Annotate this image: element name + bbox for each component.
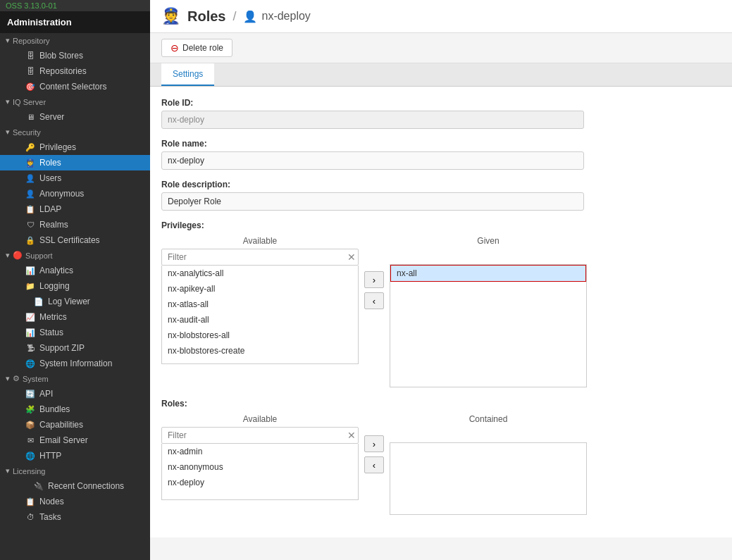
support-zip-icon: 🗜 [25, 343, 35, 353]
users-icon: 👤 [25, 173, 35, 183]
roles-contained-wrap: Contained [390, 414, 587, 515]
form-area: Role ID: Role name: Role description: Pr… [150, 87, 732, 537]
sidebar-item-metrics[interactable]: 📈 Metrics [0, 309, 150, 325]
sidebar-item-log-viewer[interactable]: 📄 Log Viewer [0, 294, 150, 309]
roles-icon: 👮 [25, 158, 35, 168]
sidebar-section-repository: ▾ Repository [0, 33, 150, 48]
breadcrumb-separator: / [232, 9, 236, 24]
sidebar-section-system: ▾ ⚙ System [0, 371, 150, 386]
list-item[interactable]: nx-atlas-all [162, 297, 358, 312]
version-text: OSS 3.13.0-01 [6, 1, 57, 10]
repositories-icon: 🗄 [25, 66, 35, 76]
privileges-transfer-buttons: › ‹ [359, 271, 390, 309]
sidebar-section-licensing: ▾ Licensing [0, 463, 150, 478]
list-item[interactable]: nx-deploy [162, 475, 358, 490]
roles-remove-button[interactable]: ‹ [364, 456, 384, 473]
privileges-filter-clear-icon[interactable]: ✕ [347, 251, 356, 263]
roles-area: Roles: Available ✕ nx-admin nx-anonymous… [161, 399, 721, 515]
roles-columns: Available ✕ nx-admin nx-anonymous nx-dep… [161, 414, 721, 515]
sidebar-item-logging[interactable]: 📁 Logging [0, 278, 150, 294]
privileges-given-wrap: Given nx-all [390, 236, 587, 387]
chevron-down-icon: ▾ [6, 36, 10, 45]
content-selectors-icon: 🎯 [25, 82, 35, 92]
sidebar-item-realms[interactable]: 🛡 Realms [0, 217, 150, 232]
sidebar-item-support-zip[interactable]: 🗜 Support ZIP [0, 340, 150, 356]
metrics-icon: 📈 [25, 312, 35, 322]
sidebar-item-recent-connections[interactable]: 🔌 Recent Connections [0, 478, 150, 494]
sidebar-item-status[interactable]: 📊 Status [0, 325, 150, 340]
sidebar-item-server[interactable]: 🖥 Server [0, 109, 150, 125]
delete-icon: ⊖ [170, 42, 179, 54]
privileges-available-label: Available [161, 236, 359, 246]
sidebar-section-support: ▾ 🔴 Support [0, 248, 150, 263]
role-id-label: Role ID: [161, 98, 721, 108]
sidebar-item-blob-stores[interactable]: 🗄 Blob Stores [0, 48, 150, 63]
sidebar-item-bundles[interactable]: 🧩 Bundles [0, 402, 150, 417]
privileges-filter-wrap: ✕ [161, 249, 359, 266]
sidebar-item-nodes[interactable]: 📋 Nodes [0, 494, 150, 509]
list-item[interactable]: nx-analytics-all [162, 266, 358, 281]
sidebar-item-system-information[interactable]: 🌐 System Information [0, 356, 150, 371]
role-description-group: Role description: [161, 180, 721, 211]
roles-available-wrap: Available ✕ nx-admin nx-anonymous nx-dep… [161, 414, 359, 500]
chevron-down-icon-security: ▾ [6, 127, 10, 137]
breadcrumb-label: nx-deploy [261, 10, 310, 23]
roles-add-button[interactable]: › [364, 435, 384, 452]
list-item-given[interactable]: nx-all [390, 265, 586, 282]
sidebar-item-email-server[interactable]: ✉ Email Server [0, 433, 150, 448]
role-name-group: Role name: [161, 139, 721, 170]
privileges-available-wrap: Available ✕ nx-analytics-all nx-apikey-a… [161, 236, 359, 364]
recent-connections-icon: 🔌 [34, 481, 44, 491]
nodes-icon: 📋 [25, 497, 35, 506]
privileges-filter-input[interactable] [161, 249, 359, 266]
list-item[interactable]: nx-audit-all [162, 312, 358, 328]
delete-role-button[interactable]: ⊖ Delete role [161, 39, 232, 57]
privileges-add-button[interactable]: › [364, 271, 384, 288]
role-name-label: Role name: [161, 139, 721, 149]
privileges-given-list: nx-all [390, 264, 587, 387]
privileges-area: Privileges: Available ✕ nx-analytics-all… [161, 220, 721, 387]
roles-filter-clear-icon[interactable]: ✕ [347, 430, 356, 441]
list-item[interactable]: nx-admin [162, 444, 358, 459]
sidebar-item-repositories[interactable]: 🗄 Repositories [0, 63, 150, 79]
role-description-input[interactable] [161, 192, 584, 211]
role-description-label: Role description: [161, 180, 721, 189]
sidebar-header: Administration [0, 11, 150, 33]
logging-icon: 📁 [25, 281, 35, 291]
sidebar-item-analytics[interactable]: 📊 Analytics [0, 263, 150, 278]
sidebar-item-content-selectors[interactable]: 🎯 Content Selectors [0, 79, 150, 94]
sidebar-item-capabilities[interactable]: 📦 Capabilities [0, 417, 150, 433]
tab-settings[interactable]: Settings [161, 63, 214, 86]
tasks-icon: ⏱ [25, 512, 35, 522]
sidebar-item-privileges[interactable]: 🔑 Privileges [0, 139, 150, 155]
roles-available-list: nx-admin nx-anonymous nx-deploy [161, 444, 359, 500]
role-id-input[interactable] [161, 111, 584, 129]
sidebar-item-anonymous[interactable]: 👤 Anonymous [0, 186, 150, 201]
delete-role-label: Delete role [182, 43, 223, 53]
sidebar-section-security: ▾ Security [0, 125, 150, 139]
chevron-down-icon-iq: ▾ [6, 97, 10, 106]
breadcrumb: 👤 nx-deploy [243, 10, 310, 23]
blob-stores-icon: 🗄 [25, 51, 35, 61]
sidebar-item-tasks[interactable]: ⏱ Tasks [0, 509, 150, 525]
list-item[interactable]: nx-apikey-all [162, 281, 358, 297]
privileges-remove-button[interactable]: ‹ [364, 292, 384, 309]
sidebar-item-ldap[interactable]: 📋 LDAP [0, 201, 150, 217]
chevron-down-icon-licensing: ▾ [6, 466, 10, 475]
roles-filter-input[interactable] [161, 427, 359, 444]
list-item[interactable]: nx-blobstores-all [162, 328, 358, 343]
sidebar-item-roles[interactable]: 👮 Roles [0, 155, 150, 170]
privileges-columns: Available ✕ nx-analytics-all nx-apikey-a… [161, 236, 721, 387]
sidebar-item-users[interactable]: 👤 Users [0, 170, 150, 186]
list-item[interactable]: nx-blobstores-create [162, 343, 358, 359]
role-name-input[interactable] [161, 151, 584, 170]
ldap-icon: 📋 [25, 204, 35, 214]
api-icon: 🔄 [25, 389, 35, 399]
email-icon: ✉ [25, 435, 35, 445]
capabilities-icon: 📦 [25, 420, 35, 430]
sidebar-item-ssl-certificates[interactable]: 🔒 SSL Certificates [0, 232, 150, 248]
roles-header-icon: 👮 [161, 7, 180, 25]
list-item[interactable]: nx-anonymous [162, 459, 358, 475]
sidebar-item-api[interactable]: 🔄 API [0, 386, 150, 402]
sidebar-item-http[interactable]: 🌐 HTTP [0, 448, 150, 463]
